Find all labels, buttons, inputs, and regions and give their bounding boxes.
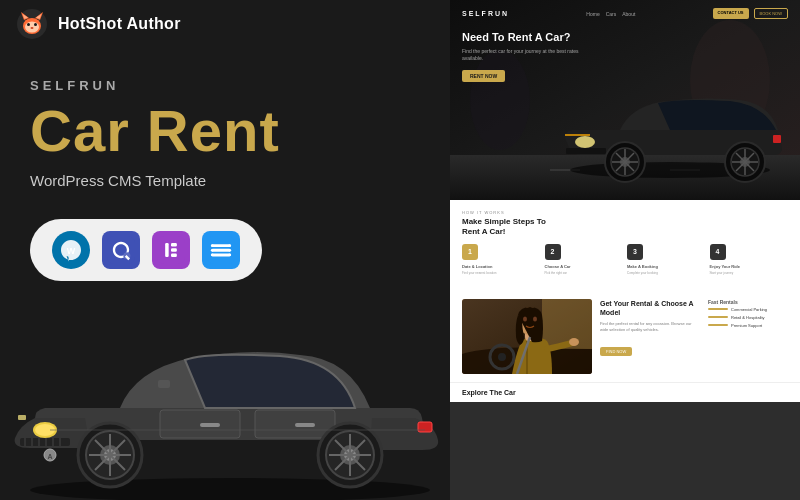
svg-point-75 bbox=[575, 136, 595, 148]
preview-driver-photo bbox=[462, 299, 592, 374]
preview-explore-section: Explore The Car bbox=[450, 382, 800, 402]
preview-sidebar-title: Fast Rentals bbox=[708, 299, 788, 305]
brand-name-text: HotShot Author bbox=[58, 15, 181, 33]
sidebar-item-2: Retail & Hospitality bbox=[708, 315, 788, 320]
step-3-desc: Complete your booking bbox=[627, 271, 706, 275]
step-1-label: Date & Location bbox=[462, 264, 541, 269]
sidebar-item-1: Commercial Parking bbox=[708, 307, 788, 312]
svg-rect-19 bbox=[171, 253, 177, 257]
ultimate-fields-icon bbox=[202, 231, 240, 269]
sidebar-line-3 bbox=[708, 324, 728, 326]
svg-rect-33 bbox=[200, 423, 220, 427]
elementor-icon bbox=[152, 231, 190, 269]
sidebar-line-1 bbox=[708, 308, 728, 310]
step-3-label: Make A Booking bbox=[627, 264, 706, 269]
template-type-label: WordPress CMS Template bbox=[30, 172, 430, 189]
svg-point-28 bbox=[211, 253, 214, 256]
preview-hero-title: Need To Rent A Car? bbox=[462, 30, 582, 44]
step-item-3: 3 Make A Booking Complete your booking bbox=[627, 244, 706, 275]
svg-rect-16 bbox=[165, 243, 169, 257]
left-panel: SELFRUN Car Rent WordPress CMS Template … bbox=[0, 48, 460, 500]
preview-rental-title: Get Your Rental & Choose A Model bbox=[600, 299, 700, 317]
preview-hero-button: RENT NOW bbox=[462, 70, 505, 82]
svg-point-99 bbox=[523, 316, 527, 321]
preview-sidebar-items: Commercial Parking Retail & Hospitality … bbox=[708, 307, 788, 328]
svg-rect-21 bbox=[212, 244, 231, 247]
preview-rental-desc: Find the perfect rental for any occasion… bbox=[600, 321, 700, 333]
preview-hero-section: SELFRUN Home Cars About CONTACT US BOOK … bbox=[450, 0, 800, 200]
svg-rect-32 bbox=[255, 410, 335, 438]
svg-point-27 bbox=[228, 249, 231, 252]
preview-sidebar: Fast Rentals Commercial Parking Retail &… bbox=[708, 299, 788, 374]
preview-nav-actions: CONTACT US BOOK NOW bbox=[713, 8, 788, 19]
preview-explore-title: Explore The Car bbox=[462, 389, 788, 396]
preview-nav-link-2: Cars bbox=[606, 11, 617, 17]
preview-panel: SELFRUN Home Cars About CONTACT US BOOK … bbox=[450, 0, 800, 500]
preview-nav-btn: CONTACT US bbox=[713, 8, 749, 19]
step-4-desc: Start your journey bbox=[710, 271, 789, 275]
preview-rental-button: FIND NOW bbox=[600, 347, 632, 356]
svg-point-25 bbox=[228, 244, 231, 247]
step-item-1: 1 Date & Location Find your nearest loca… bbox=[462, 244, 541, 275]
preview-rental-info: Get Your Rental & Choose A Model Find th… bbox=[600, 299, 700, 374]
preview-nav-link-3: About bbox=[622, 11, 635, 17]
svg-point-9 bbox=[31, 27, 34, 29]
preview-bottom-section: Get Your Rental & Choose A Model Find th… bbox=[450, 291, 800, 382]
svg-rect-64 bbox=[158, 380, 170, 388]
step-2-label: Choose A Car bbox=[545, 264, 624, 269]
svg-rect-12 bbox=[107, 236, 135, 264]
svg-rect-66 bbox=[18, 415, 26, 420]
svg-point-100 bbox=[533, 316, 537, 321]
preview-nav-link-1: Home bbox=[586, 11, 599, 17]
preview-nav-btn-2: BOOK NOW bbox=[754, 8, 788, 19]
header-bar: HotShot Author bbox=[0, 0, 245, 48]
svg-rect-37 bbox=[20, 438, 70, 446]
preview-steps-title: Make Simple Steps To Rent A Car! bbox=[462, 217, 562, 238]
preview-hero-desc: Find the perfect car for your journey at… bbox=[462, 48, 582, 62]
preview-nav-links: Home Cars About bbox=[586, 11, 635, 17]
sidebar-text-2: Retail & Hospitality bbox=[731, 315, 765, 320]
product-subtitle: SELFRUN bbox=[30, 78, 430, 93]
step-2-desc: Pick the right car bbox=[545, 271, 624, 275]
svg-rect-23 bbox=[212, 253, 231, 256]
sidebar-line-2 bbox=[708, 316, 728, 318]
preview-steps-grid: 1 Date & Location Find your nearest loca… bbox=[462, 244, 788, 275]
svg-rect-34 bbox=[295, 423, 315, 427]
sidebar-item-3: Premium Support bbox=[708, 323, 788, 328]
preview-nav-logo: SELFRUN bbox=[462, 10, 509, 17]
svg-text:A: A bbox=[47, 453, 52, 460]
svg-rect-31 bbox=[160, 410, 240, 438]
svg-text:W: W bbox=[67, 246, 76, 256]
sidebar-text-1: Commercial Parking bbox=[731, 307, 767, 312]
step-item-4: 4 Enjoy Your Ride Start your journey bbox=[710, 244, 789, 275]
svg-point-7 bbox=[27, 23, 30, 26]
svg-rect-17 bbox=[171, 243, 177, 247]
svg-point-29 bbox=[228, 253, 231, 256]
preview-navigation: SELFRUN Home Cars About CONTACT US BOOK … bbox=[450, 8, 800, 19]
step-4-label: Enjoy Your Ride bbox=[710, 264, 789, 269]
step-1-desc: Find your nearest location bbox=[462, 271, 541, 275]
brand-logo-icon bbox=[16, 8, 48, 40]
wordpress-icon: W bbox=[52, 231, 90, 269]
svg-point-24 bbox=[211, 244, 214, 247]
car-image: A bbox=[0, 270, 470, 500]
quform-icon bbox=[102, 231, 140, 269]
svg-point-95 bbox=[498, 353, 506, 361]
sidebar-text-3: Premium Support bbox=[731, 323, 762, 328]
preview-hero-content: Need To Rent A Car? Find the perfect car… bbox=[462, 30, 582, 82]
product-main-title: Car Rent bbox=[30, 101, 430, 162]
svg-point-26 bbox=[211, 249, 214, 252]
svg-rect-77 bbox=[566, 148, 606, 154]
svg-rect-18 bbox=[171, 248, 177, 252]
step-item-2: 2 Choose A Car Pick the right car bbox=[545, 244, 624, 275]
svg-rect-78 bbox=[773, 135, 781, 143]
preview-steps-section: HOW IT WORKS Make Simple Steps To Rent A… bbox=[450, 200, 800, 291]
svg-point-102 bbox=[569, 338, 579, 346]
svg-point-8 bbox=[34, 23, 37, 26]
svg-rect-22 bbox=[212, 249, 231, 252]
preview-steps-subt: HOW IT WORKS bbox=[462, 210, 788, 215]
